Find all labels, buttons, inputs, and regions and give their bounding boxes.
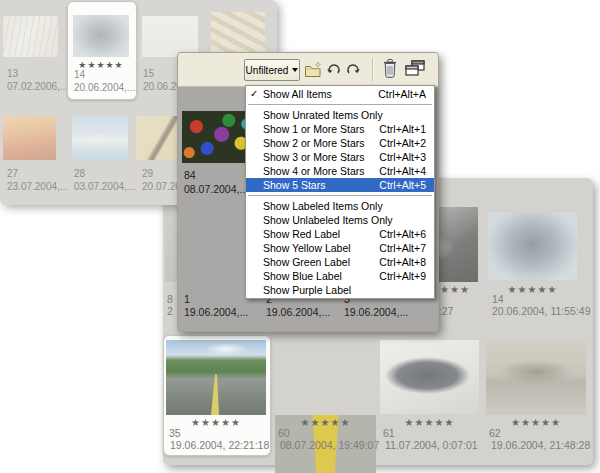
filter-dropdown-menu: ✓ Show All Items Ctrl+Alt+A Show Unrated…: [245, 85, 435, 299]
menu-item-show-yellow-label[interactable]: Show Yellow Label Ctrl+Alt+7: [246, 241, 434, 255]
filter-dropdown-label: Unfiltered: [246, 65, 289, 76]
star-rating: ★★★★★: [486, 417, 586, 428]
menu-item-show-labeled[interactable]: Show Labeled Items Only: [246, 199, 434, 213]
menu-separator: [248, 104, 432, 105]
item-number: 61: [383, 427, 395, 439]
filter-dropdown-button[interactable]: Unfiltered: [244, 59, 300, 81]
item-date: 19.06.2004, 22:21:18: [170, 439, 269, 451]
item-date: 11.07.2004, 0:07:01: [385, 439, 478, 451]
item-number: 27: [7, 168, 18, 179]
item-number: 60: [278, 427, 290, 439]
item-number: 35: [169, 427, 181, 439]
menu-item-show-green-label[interactable]: Show Green Label Ctrl+Alt+8: [246, 255, 434, 269]
delete-trash-icon[interactable]: [382, 58, 400, 76]
item-date: 19.06.2004,...: [344, 306, 408, 318]
thumbnail-bamboo[interactable]: [211, 12, 265, 57]
item-number: 29: [142, 168, 153, 179]
screenshot-stage: 8 2 ★★★★★ 6:27 ★★★★★ 14 20.06.2004, 11:5…: [0, 0, 600, 473]
item-date: 19.06.2004, 21:48:28: [491, 439, 590, 451]
item-date: 19.06.2004,...: [266, 306, 330, 318]
menu-item-show-5-stars[interactable]: Show 5 Stars Ctrl+Alt+5: [246, 178, 434, 192]
thumbnail-concept-car[interactable]: [486, 341, 586, 415]
item-date: 08.07.2004, 19:49:07: [280, 439, 379, 451]
menu-item-show-3-or-more-stars[interactable]: Show 3 or More Stars Ctrl+Alt+3: [246, 150, 434, 164]
thumbnail-airplane[interactable]: [72, 116, 128, 160]
thumbnail-blank[interactable]: [142, 16, 198, 57]
menu-item-show-purple-label[interactable]: Show Purple Label: [246, 283, 434, 297]
item-number: 14: [74, 69, 85, 80]
item-date: 20.06.2004,...: [74, 82, 135, 93]
item-number: 1: [184, 293, 190, 305]
check-icon: ✓: [250, 87, 258, 101]
thumbnail-spectrogram[interactable]: [182, 231, 254, 283]
item-number: 13: [7, 68, 18, 79]
item-number: 84: [184, 169, 196, 181]
chevron-down-icon: [292, 68, 298, 72]
menu-item-show-4-or-more-stars[interactable]: Show 4 or More Stars Ctrl+Alt+4: [246, 164, 434, 178]
item-number: 28: [74, 168, 85, 179]
item-number: 15: [143, 68, 154, 79]
thumbnail-railway[interactable]: [3, 16, 58, 57]
menu-item-show-red-label[interactable]: Show Red Label Ctrl+Alt+6: [246, 227, 434, 241]
toolbar-divider: [372, 58, 374, 81]
star-rating: ★★★★★: [275, 417, 376, 428]
menu-item-show-unrated[interactable]: Show Unrated Items Only: [246, 108, 434, 122]
item-number: 8: [167, 293, 173, 305]
item-date: 19.06.2004,...: [184, 306, 248, 318]
new-folder-icon[interactable]: [304, 61, 322, 79]
thumbnail-truck[interactable]: [488, 212, 577, 280]
item-date: 08.07.2004,...: [184, 183, 248, 195]
item-date: 03.07.2004,...: [74, 181, 135, 192]
thumbnail-sports-car[interactable]: [380, 340, 479, 414]
thumbnail-sunset[interactable]: [3, 116, 56, 160]
menu-item-show-1-or-more-stars[interactable]: Show 1 or More Stars Ctrl+Alt+1: [246, 122, 434, 136]
thumbnail-rubber-bands[interactable]: [182, 111, 254, 163]
redo-icon[interactable]: [346, 62, 364, 80]
star-rating: ★★★★★: [166, 417, 266, 428]
thumbnail-truck[interactable]: [73, 15, 129, 57]
thumbnail-road[interactable]: [166, 340, 266, 415]
item-date: 2: [167, 305, 173, 317]
item-date: 20.06.2004, 11:55:49: [492, 305, 590, 317]
filter-toolbar: Unfiltered: [178, 53, 438, 87]
menu-separator: [248, 195, 432, 196]
item-date: 07.02.2006,...: [7, 81, 68, 92]
item-date: 23.07.2004,...: [7, 181, 68, 192]
item-number: 14: [492, 293, 504, 305]
undo-icon[interactable]: [326, 62, 344, 80]
menu-item-show-blue-label[interactable]: Show Blue Label Ctrl+Alt+9: [246, 269, 434, 283]
menu-item-show-all-items[interactable]: ✓ Show All Items Ctrl+Alt+A: [246, 87, 434, 101]
menu-item-show-unlabeled[interactable]: Show Unlabeled Items Only: [246, 213, 434, 227]
item-number: 62: [489, 427, 501, 439]
restore-window-icon[interactable]: [405, 60, 423, 78]
menu-item-show-2-or-more-stars[interactable]: Show 2 or More Stars Ctrl+Alt+2: [246, 136, 434, 150]
